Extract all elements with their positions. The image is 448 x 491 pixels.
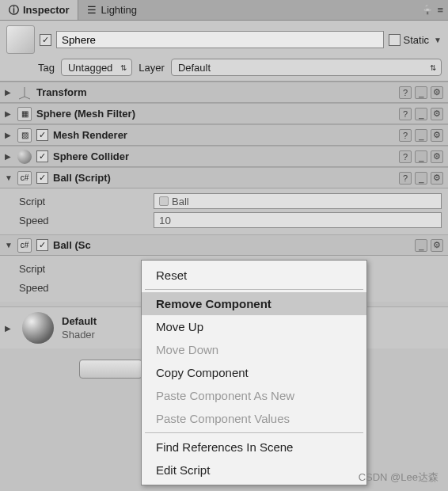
component-title: Ball (Sc [53, 239, 410, 251]
help-icon[interactable]: ? [399, 86, 412, 99]
foldout-icon[interactable]: ▶ [5, 131, 13, 139]
gameobject-header: Static ▼ Tag Untagged ⇅ Layer Default ⇅ [0, 21, 448, 82]
component-sphere-collider: ▶ Sphere Collider ?⎯⚙ [0, 146, 448, 167]
sliders-icon: ☰ [86, 5, 97, 16]
preset-icon[interactable]: ⎯ [415, 172, 427, 185]
gear-icon[interactable]: ⚙ [431, 86, 443, 99]
panel-menu-icon[interactable]: ≡ [437, 4, 443, 16]
menu-move-up[interactable]: Move Up [142, 315, 366, 338]
material-preview-icon [22, 312, 54, 344]
speed-field[interactable] [154, 212, 442, 228]
svg-line-2 [25, 97, 30, 99]
script-value: Ball [172, 196, 189, 207]
menu-paste-values: Paste Component Values [142, 407, 366, 430]
tab-inspector[interactable]: ⓘ Inspector [0, 0, 78, 20]
component-enabled-checkbox[interactable] [36, 150, 48, 162]
component-enabled-checkbox[interactable] [36, 239, 48, 251]
chevron-updown-icon: ⇅ [430, 63, 436, 72]
tab-label: Lighting [101, 4, 138, 16]
foldout-icon[interactable]: ▼ [5, 173, 13, 182]
component-context-menu: Reset Remove Component Move Up Move Down… [141, 260, 367, 485]
menu-copy-component[interactable]: Copy Component [142, 361, 366, 384]
component-ball-script-1: ▼ c# Ball (Script) ?⎯⚙ Script Ball Speed [0, 167, 448, 234]
layer-label: Layer [139, 62, 165, 74]
gameobject-name-field[interactable] [56, 31, 384, 48]
preset-icon[interactable]: ⎯ [415, 129, 427, 142]
tag-dropdown[interactable]: Untagged ⇅ [61, 59, 132, 76]
property-label: Script [19, 263, 146, 275]
component-title: Mesh Renderer [53, 129, 394, 141]
component-mesh-filter: ▶ ▦ Sphere (Mesh Filter) ?⎯⚙ [0, 103, 448, 124]
menu-paste-as-new: Paste Component As New [142, 384, 366, 407]
help-icon[interactable]: ? [399, 129, 412, 142]
tag-value: Untagged [68, 62, 112, 74]
script-icon: c# [17, 238, 32, 253]
mesh-renderer-icon: ▨ [17, 128, 32, 143]
component-transform: ▶ Transform ?⎯⚙ [0, 82, 448, 103]
component-title: Transform [36, 86, 394, 98]
help-icon[interactable]: ? [399, 150, 412, 163]
layer-value: Default [178, 62, 211, 74]
component-title: Ball (Script) [53, 172, 394, 184]
lock-icon[interactable]: 🔒 [421, 4, 434, 16]
sphere-collider-icon [17, 150, 32, 164]
preset-icon[interactable]: ⎯ [415, 239, 427, 252]
component-enabled-checkbox[interactable] [36, 172, 48, 184]
foldout-icon[interactable]: ▶ [5, 152, 13, 161]
help-icon[interactable]: ? [399, 108, 412, 120]
preset-icon[interactable]: ⎯ [415, 150, 427, 163]
gear-icon[interactable]: ⚙ [431, 150, 443, 163]
script-asset-icon [159, 196, 169, 206]
static-dropdown-icon[interactable]: ▼ [434, 36, 442, 44]
property-label: Script [19, 196, 146, 207]
component-title: Sphere Collider [53, 150, 394, 162]
watermark: CSDN @Lee达森 [359, 470, 439, 485]
chevron-updown-icon: ⇅ [120, 63, 127, 72]
script-object-field[interactable]: Ball [154, 193, 442, 209]
info-icon: ⓘ [8, 5, 19, 16]
script-icon: c# [17, 171, 32, 185]
preset-icon[interactable]: ⎯ [415, 86, 427, 99]
gear-icon[interactable]: ⚙ [431, 129, 443, 142]
component-enabled-checkbox[interactable] [36, 129, 48, 141]
gear-icon[interactable]: ⚙ [431, 172, 443, 185]
foldout-icon[interactable]: ▶ [5, 109, 13, 118]
tag-label: Tag [38, 62, 55, 74]
add-component-button[interactable] [79, 360, 142, 379]
menu-separator [145, 289, 363, 290]
foldout-icon[interactable]: ▼ [5, 241, 13, 249]
layer-dropdown[interactable]: Default ⇅ [171, 59, 442, 76]
static-label: Static [404, 34, 430, 46]
gear-icon[interactable]: ⚙ [431, 108, 443, 120]
foldout-icon[interactable]: ▶ [5, 88, 13, 97]
component-mesh-renderer: ▶ ▨ Mesh Renderer ?⎯⚙ [0, 124, 448, 146]
static-checkbox[interactable] [389, 34, 401, 46]
foldout-icon[interactable]: ▶ [5, 324, 13, 333]
preset-icon[interactable]: ⎯ [415, 108, 427, 120]
menu-find-references[interactable]: Find References In Scene [142, 436, 366, 459]
tab-bar: ⓘ Inspector ☰ Lighting 🔒 ≡ [0, 0, 448, 21]
menu-separator [145, 432, 363, 433]
svg-line-1 [19, 97, 25, 99]
gear-icon[interactable]: ⚙ [431, 239, 443, 252]
mesh-filter-icon: ▦ [17, 107, 32, 121]
tab-label: Inspector [23, 4, 70, 16]
property-label: Speed [19, 215, 146, 226]
help-icon[interactable]: ? [399, 172, 412, 185]
transform-icon [17, 86, 32, 100]
active-checkbox[interactable] [40, 34, 51, 46]
component-title: Sphere (Mesh Filter) [36, 108, 394, 120]
property-label: Speed [19, 282, 146, 294]
menu-move-down: Move Down [142, 338, 366, 361]
menu-edit-script[interactable]: Edit Script [142, 459, 366, 481]
tab-lighting[interactable]: ☰ Lighting [78, 0, 146, 20]
gameobject-icon[interactable] [6, 25, 35, 54]
menu-reset[interactable]: Reset [142, 264, 366, 287]
menu-remove-component[interactable]: Remove Component [142, 292, 366, 315]
